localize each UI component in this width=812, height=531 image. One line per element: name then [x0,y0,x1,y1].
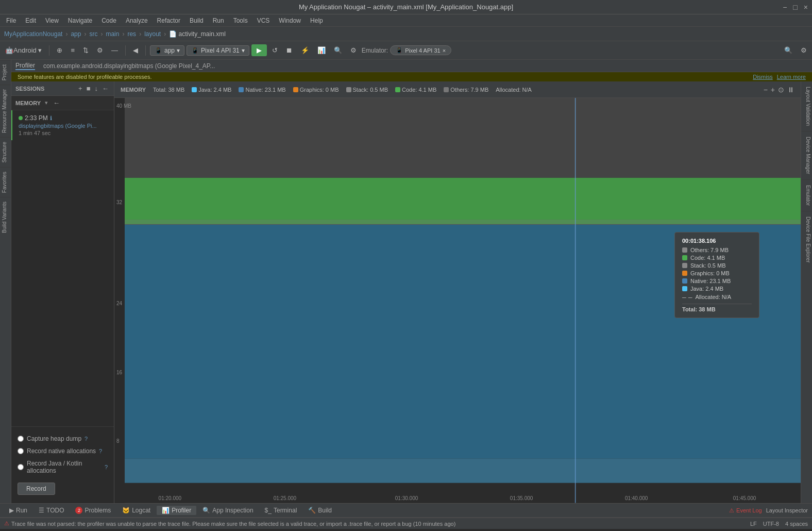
toolbar-btn-1[interactable]: ⊕ [54,44,65,56]
toolbar-btn-5[interactable]: — [108,44,121,56]
run-tab[interactable]: ▶ Run [4,506,32,515]
memory-nav-row: MEMORY ▾ ← [11,96,114,110]
layout-validation-tab[interactable]: Layout Validation [801,81,813,131]
toolbar-btn-2[interactable]: ≡ [67,44,78,56]
event-log-tab[interactable]: ⚠ Event Log [729,507,762,514]
android-label: Android ▾ [13,46,42,54]
menu-bar: File Edit View Navigate Code Analyze Ref… [0,14,812,27]
export-session-btn[interactable]: ↓ [94,85,99,92]
menu-help[interactable]: Help [306,16,327,25]
error-icon: ⚠ [729,507,734,514]
menu-file[interactable]: File [2,16,20,25]
resource-manager-tab[interactable]: Resource Manager [0,85,11,137]
memory-back-btn[interactable]: ← [52,99,61,107]
graphics-legend: Graphics: 0 MB [293,87,339,93]
app-inspection-label: App Inspection [212,507,253,514]
menu-view[interactable]: View [41,16,63,25]
pause-btn[interactable]: ⏸ [787,86,794,94]
logcat-tab[interactable]: 🐱 Logcat [117,506,156,515]
refresh-btn[interactable]: ↺ [269,44,281,56]
todo-tab[interactable]: ☰ TODO [33,506,69,515]
settings-btn[interactable]: ⚙ [798,44,810,56]
terminal-tab[interactable]: $_ Terminal [260,506,302,515]
record-native-radio[interactable] [18,448,24,454]
toolbar-btn-9[interactable]: ⚙ [347,44,360,56]
record-button[interactable]: Record [18,483,55,495]
layout-inspector-tab[interactable]: Layout Inspector [766,507,808,513]
device-arrow: ▾ [242,47,245,54]
problems-tab[interactable]: 2 Problems [70,506,116,515]
stop-btn[interactable]: ⏹ [283,44,296,56]
profiler-process-tab[interactable]: com.example.android.displayingbitmaps (G… [43,62,215,70]
reset-zoom-btn[interactable]: ⊙ [778,86,784,94]
emulator-pill[interactable]: 📱 Pixel 4 API 31 × [390,45,451,55]
search-btn[interactable]: 🔍 [781,44,796,56]
maximize-btn[interactable]: □ [793,3,797,11]
x-label-2: 01:25.000 [274,495,297,501]
native-legend: Native: 23.1 MB [239,87,285,93]
session-name: displayingbitmaps (Google Pi... [19,123,108,129]
zoom-out-btn[interactable]: − [764,86,768,94]
breadcrumb-app[interactable]: app [71,30,81,38]
breadcrumb-src[interactable]: src [89,30,97,38]
menu-refactor[interactable]: Refactor [153,16,184,25]
zoom-in-btn[interactable]: + [771,86,775,94]
capture-heap-help[interactable]: ? [84,436,88,442]
breadcrumb-res[interactable]: res [127,30,136,38]
breadcrumb-main[interactable]: main [106,30,119,38]
stop-session-btn[interactable]: ■ [86,85,92,92]
record-native-help[interactable]: ? [99,448,102,454]
profiler-bottom-tab[interactable]: 📊 Profiler [157,506,196,515]
utf-indicator: UTF-8 [763,521,779,527]
emulator-pill-close[interactable]: × [443,47,446,54]
session-entry[interactable]: 2:33 PM ℹ displayingbitmaps (Google Pi..… [11,110,114,140]
app-dropdown[interactable]: 📱 app ▾ [150,45,184,56]
record-native-option[interactable]: Record native allocations ? [18,447,108,455]
toolbar-btn-6[interactable]: ⚡ [298,44,312,56]
record-java-radio[interactable] [18,464,24,470]
breadcrumb-layout[interactable]: layout [144,30,161,38]
device-manager-tab[interactable]: Device Manager [801,131,813,180]
capture-heap-radio[interactable] [18,436,24,442]
run-button[interactable]: ▶ [251,44,267,56]
toolbar-btn-3[interactable]: ⇅ [80,44,92,56]
menu-navigate[interactable]: Navigate [64,16,96,25]
minimize-btn[interactable]: − [783,3,787,11]
device-file-explorer-tab[interactable]: Device File Explorer [801,211,813,268]
menu-run[interactable]: Run [209,16,228,25]
menu-vcs[interactable]: VCS [253,16,274,25]
back-session-btn[interactable]: ← [101,85,110,92]
emulator-tab[interactable]: Emulator [801,180,813,211]
device-dropdown[interactable]: 📱 Pixel 4 API 31 ▾ [187,45,249,56]
build-tab[interactable]: 🔨 Build [303,506,337,515]
menu-code[interactable]: Code [97,16,121,25]
breadcrumb-app-name[interactable]: MyApplicationNougat [4,30,62,38]
profiler-tab[interactable]: Profiler [15,62,35,70]
code-color [395,87,400,92]
x-label-3: 01:30.000 [395,495,418,501]
toolbar-btn-4[interactable]: ⚙ [94,44,106,56]
build-variants-tab[interactable]: Build Variants [0,197,11,237]
toolbar-nav-back[interactable]: ◀ [130,44,141,56]
structure-tab[interactable]: Structure [0,137,11,167]
menu-edit[interactable]: Edit [21,16,40,25]
menu-tools[interactable]: Tools [229,16,252,25]
run-tab-icon: ▶ [9,507,14,514]
menu-build[interactable]: Build [185,16,208,25]
toolbar-android-dropdown[interactable]: 🤖 Android ▾ [2,44,45,56]
learn-more-link[interactable]: Learn more [777,74,806,80]
close-btn[interactable]: × [804,3,808,11]
record-java-option[interactable]: Record Java / Kotlin allocations ? [18,460,108,474]
menu-analyze[interactable]: Analyze [122,16,152,25]
toolbar-btn-7[interactable]: 📊 [314,44,329,56]
capture-heap-option[interactable]: Capture heap dump ? [18,435,108,442]
dismiss-link[interactable]: Dismiss [753,74,773,80]
toolbar-btn-8[interactable]: 🔍 [331,44,345,56]
app-inspection-tab[interactable]: 🔍 App Inspection [197,506,258,515]
project-tab[interactable]: Project [0,60,11,85]
menu-window[interactable]: Window [275,16,305,25]
add-session-btn[interactable]: + [77,85,83,92]
chart-area: 40 MB 32 24 16 8 [114,98,801,503]
favorites-tab[interactable]: Favorites [0,167,11,197]
record-java-help[interactable]: ? [105,464,108,470]
